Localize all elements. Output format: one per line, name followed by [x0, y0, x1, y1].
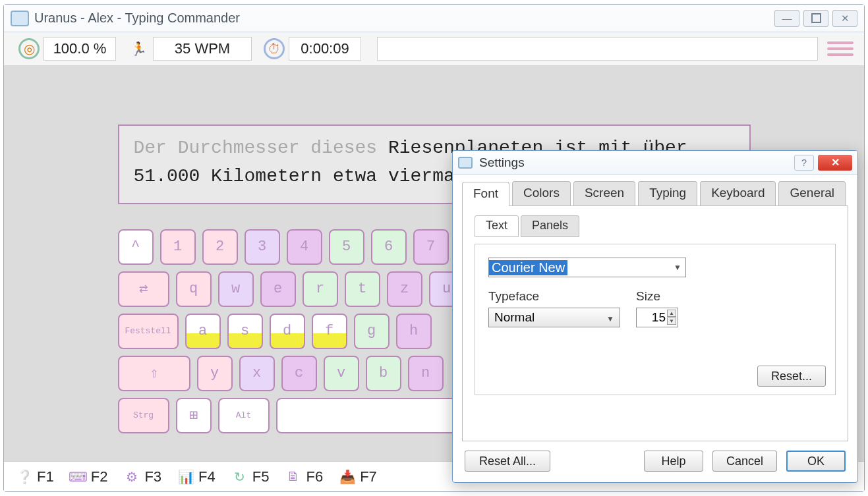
spin-down-icon[interactable]: ▼ [667, 317, 676, 325]
f2-keyboard[interactable]: ⌨F2 [70, 468, 108, 485]
tab-general[interactable]: General [778, 181, 846, 206]
f5-refresh[interactable]: ↻F5 [231, 468, 270, 485]
settings-dialog: Settings ? ✕ Font Colors Screen Typing K… [452, 150, 858, 483]
window-title: Uranus - Alex - Typing Commander [34, 11, 774, 26]
spin-up-icon[interactable]: ▲ [667, 310, 676, 317]
key-capslock[interactable]: Feststell [118, 314, 179, 349]
dialog-close-button[interactable]: ✕ [818, 155, 852, 171]
typeface-label: Typeface [488, 289, 620, 304]
key-windows[interactable]: ⊞ [176, 398, 212, 433]
f3-settings[interactable]: ⚙F3 [123, 468, 161, 485]
reset-all-button[interactable]: Reset All... [465, 451, 550, 472]
font-tab-pane: Text Panels Courier New ▼ Typeface Norma… [462, 206, 848, 441]
key-z[interactable]: z [387, 271, 422, 307]
key-t[interactable]: t [345, 271, 380, 307]
key-x[interactable]: x [239, 356, 275, 391]
f4-stats[interactable]: 📊F4 [177, 468, 216, 485]
dialog-app-icon [458, 157, 473, 169]
key-6[interactable]: 6 [371, 229, 407, 265]
font-size-value: 15 [652, 310, 666, 325]
minimize-button[interactable]: — [774, 10, 799, 27]
stats-bar: ◎ 100.0 % 🏃 35 WPM ⏱ 0:00:09 [4, 32, 864, 65]
progress-bar [377, 37, 818, 61]
accuracy-icon: ◎ [18, 38, 40, 59]
timer-value: 0:00:09 [289, 37, 361, 61]
chevron-down-icon: ▼ [674, 263, 681, 272]
key-b[interactable]: b [366, 356, 401, 391]
f1-help[interactable]: ❔F1 [16, 468, 54, 485]
key-1[interactable]: 1 [160, 229, 196, 265]
key-5[interactable]: 5 [329, 229, 364, 265]
size-label: Size [636, 289, 678, 304]
typeface-value: Normal [494, 310, 535, 325]
subtab-panels[interactable]: Panels [521, 215, 579, 237]
key-a[interactable]: a [185, 314, 221, 349]
key-caret[interactable]: ^ [118, 229, 154, 265]
key-3[interactable]: 3 [245, 229, 280, 265]
wpm-value: 35 WPM [153, 37, 252, 61]
key-s[interactable]: s [227, 314, 263, 349]
accuracy-value: 100.0 % [43, 37, 116, 61]
key-shift[interactable]: ⇧ [118, 356, 190, 391]
f7-tray[interactable]: 📥F7 [339, 468, 377, 485]
key-h[interactable]: h [396, 314, 432, 349]
key-4[interactable]: 4 [287, 229, 322, 265]
key-v[interactable]: v [324, 356, 359, 391]
maximize-button[interactable] [803, 10, 828, 27]
font-size-spinner[interactable]: 15 ▲▼ [636, 308, 678, 327]
help-icon: ❔ [16, 468, 33, 485]
key-alt[interactable]: Alt [218, 398, 270, 433]
key-d[interactable]: d [270, 314, 305, 349]
tab-colors[interactable]: Colors [512, 181, 571, 206]
tab-keyboard[interactable]: Keyboard [700, 181, 776, 206]
titlebar: Uranus - Alex - Typing Commander — ✕ [4, 5, 864, 32]
key-y[interactable]: y [197, 356, 233, 391]
dialog-titlebar: Settings ? ✕ [453, 151, 857, 175]
pending-text-line2: 51.000 Kilometern etwa vierma [134, 166, 455, 186]
key-ctrl[interactable]: Strg [118, 398, 169, 433]
refresh-icon: ↻ [231, 468, 248, 485]
f6-document[interactable]: 🗎F6 [285, 468, 323, 485]
tab-typing[interactable]: Typing [638, 181, 697, 206]
close-button[interactable]: ✕ [832, 10, 857, 27]
key-q[interactable]: q [176, 271, 212, 307]
dialog-title: Settings [477, 155, 794, 170]
key-r[interactable]: r [303, 271, 338, 307]
keyboard-icon: ⌨ [70, 468, 87, 485]
app-icon [11, 11, 29, 26]
typed-text: Der Durchmesser dieses [134, 138, 388, 158]
document-icon: 🗎 [285, 468, 302, 485]
subtab-text[interactable]: Text [475, 215, 519, 237]
tab-screen[interactable]: Screen [573, 181, 635, 206]
key-w[interactable]: w [218, 271, 254, 307]
timer-icon: ⏱ [264, 38, 285, 59]
key-e[interactable]: e [260, 271, 296, 307]
dialog-button-row: Reset All... Help Cancel OK [462, 441, 848, 482]
gear-icon: ⚙ [123, 468, 140, 485]
chevron-down-icon: ▼ [606, 314, 614, 323]
help-button[interactable]: Help [644, 451, 703, 472]
key-g[interactable]: g [354, 314, 390, 349]
hamburger-menu[interactable] [827, 38, 854, 59]
ok-button[interactable]: OK [786, 451, 846, 472]
key-c[interactable]: c [281, 356, 317, 391]
cancel-button[interactable]: Cancel [712, 451, 777, 472]
key-tab[interactable]: ⇄ [118, 271, 169, 307]
font-family-combo[interactable]: Courier New ▼ [488, 258, 686, 277]
reset-button[interactable]: Reset... [757, 366, 826, 387]
tab-font[interactable]: Font [462, 182, 509, 206]
dialog-help-button[interactable]: ? [794, 155, 814, 171]
font-text-pane: Courier New ▼ Typeface Normal ▼ Size [475, 244, 836, 395]
key-7[interactable]: 7 [413, 229, 449, 265]
chart-icon: 📊 [177, 468, 194, 485]
font-family-value: Courier New [489, 260, 567, 275]
key-2[interactable]: 2 [202, 229, 238, 265]
typeface-combo[interactable]: Normal ▼ [488, 308, 620, 327]
settings-tabs: Font Colors Screen Typing Keyboard Gener… [462, 181, 848, 206]
key-f[interactable]: f [312, 314, 347, 349]
speed-icon: 🏃 [128, 38, 149, 59]
tray-icon: 📥 [339, 468, 356, 485]
key-n[interactable]: n [408, 356, 444, 391]
